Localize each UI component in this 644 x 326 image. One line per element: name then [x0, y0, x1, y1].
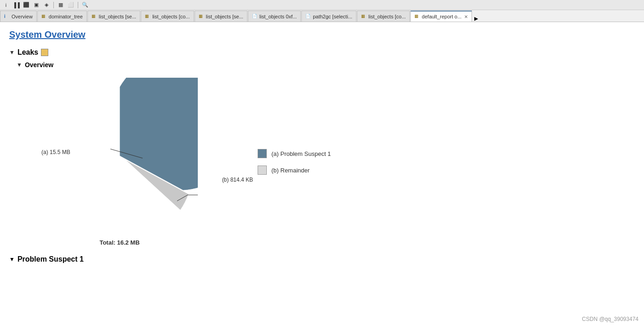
tab-path2gc[interactable]: 📄 path2gc [selecti...	[301, 11, 356, 22]
bottom-section: ▼ Problem Suspect 1	[9, 255, 635, 263]
overview-arrow[interactable]: ▼	[17, 62, 22, 68]
bottom-title: Problem Suspect 1	[17, 255, 84, 263]
legend-label-b: (b) Remainder	[271, 167, 310, 174]
overview-section-header: ▼ Overview	[17, 61, 635, 69]
pie-chart-container: (a) 15.5 MB	[28, 78, 212, 246]
tabs-overflow-icon: ▶	[474, 16, 478, 22]
pie-label-a: (a) 15.5 MB	[41, 149, 70, 155]
tab-icon-report: ▦	[414, 14, 420, 19]
tab-label-list1: list_objects [se...	[99, 14, 136, 19]
watermark: CSDN @qq_39093474	[582, 316, 638, 322]
main-content: System Overview ▼ Leaks ▼ Overview (a) 1…	[0, 22, 644, 326]
leaks-icon	[41, 49, 48, 56]
legend-color-b	[258, 166, 267, 175]
tab-label-listco2: list_objects [co...	[368, 14, 406, 19]
tab-label-overview: Overview	[12, 14, 33, 19]
toolbar-icon-info[interactable]: i	[2, 1, 10, 9]
tab-label-report: default_report o...	[422, 14, 461, 19]
tab-label-path2gc: path2gc [selecti...	[313, 14, 352, 19]
pie-chart-svg	[41, 78, 198, 234]
toolbar-icon-square[interactable]: ⬜	[67, 1, 75, 9]
pie-slice-a	[120, 78, 198, 190]
tab-list-objects-2[interactable]: ▦ list_objects [co...	[141, 11, 194, 22]
tab-icon-list3: ▦	[199, 14, 204, 19]
leaks-title: Leaks	[17, 48, 38, 57]
toolbar-icon-bar[interactable]: ▐▐	[12, 1, 20, 9]
toolbar-separator-1	[53, 2, 54, 8]
legend-item-b: (b) Remainder	[258, 166, 331, 175]
legend-color-a	[258, 149, 267, 158]
tab-icon-dominator: ▦	[41, 14, 47, 19]
tab-list-objects-3[interactable]: ▦ list_objects [se...	[195, 11, 247, 22]
tab-label-dominator: dominator_tree	[49, 14, 83, 19]
overview-title: Overview	[25, 61, 53, 69]
chart-legend: (a) Problem Suspect 1 (b) Remainder	[258, 149, 331, 175]
tab-icon-list1: ▦	[92, 14, 97, 19]
page-title[interactable]: System Overview	[9, 29, 635, 40]
tab-list-objects-co2[interactable]: ▦ list_objects [co...	[357, 11, 410, 22]
tabs-overflow[interactable]: ▶	[472, 16, 480, 22]
tab-label-list2: list_objects [co...	[152, 14, 190, 19]
toolbar-separator-2	[78, 2, 78, 8]
toolbar-icon-grid2[interactable]: ▦	[57, 1, 65, 9]
tab-icon-listco2: ▦	[361, 14, 367, 19]
tab-list-objects-0xf[interactable]: 📄 list_objects 0xf...	[248, 11, 301, 22]
tab-dominator-tree[interactable]: ▦ dominator_tree	[37, 11, 87, 22]
tab-icon-list0xf: 📄	[252, 14, 258, 19]
tab-close-report[interactable]: ✕	[464, 14, 468, 19]
legend-label-a: (a) Problem Suspect 1	[271, 150, 331, 157]
tab-icon-overview: i	[4, 14, 10, 19]
toolbar-icon-search[interactable]: 🔍	[81, 1, 89, 9]
tab-label-list3: list_objects [se...	[206, 14, 243, 19]
tab-icon-list2: ▦	[145, 14, 150, 19]
tab-label-list0xf: list_objects 0xf...	[259, 14, 297, 19]
tab-icon-path2gc: 📄	[305, 14, 311, 19]
toolbar: i ▐▐ ⬛ ▣ ◈ ▦ ⬜ 🔍	[0, 0, 644, 10]
tabs-bar: i Overview ▦ dominator_tree ▦ list_objec…	[0, 10, 644, 22]
toolbar-icon-diamond[interactable]: ◈	[42, 1, 51, 9]
leaks-arrow[interactable]: ▼	[9, 49, 15, 56]
legend-item-a: (a) Problem Suspect 1	[258, 149, 331, 158]
tab-list-objects-1[interactable]: ▦ list_objects [se...	[87, 11, 140, 22]
toolbar-icon-grid[interactable]: ⬛	[22, 1, 30, 9]
toolbar-icon-box[interactable]: ▣	[32, 1, 40, 9]
leaks-section-header: ▼ Leaks	[9, 48, 635, 57]
pie-total: Total: 16.2 MB	[28, 239, 212, 246]
tab-default-report[interactable]: ▦ default_report o... ✕	[410, 11, 472, 22]
pie-label-b: (b) 814.4 KB	[222, 177, 253, 183]
bottom-arrow[interactable]: ▼	[9, 256, 15, 263]
chart-area: (a) 15.5 MB	[28, 78, 635, 246]
tab-overview[interactable]: i Overview	[0, 11, 37, 22]
